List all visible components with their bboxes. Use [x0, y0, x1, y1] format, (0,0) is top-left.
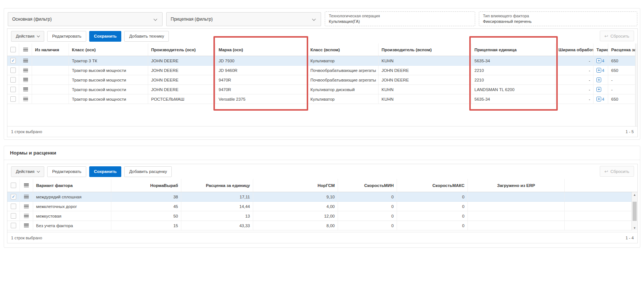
column-header-factor[interactable]: Вариант фактора	[33, 179, 111, 192]
cell-speed-min[interactable]: 0	[338, 202, 397, 211]
column-header-unit-rate[interactable]: Расценка за единицу	[181, 179, 253, 192]
reset-button[interactable]: ↩ Сбросить	[600, 166, 634, 177]
cell-brand-main[interactable]: 9470R	[216, 75, 307, 84]
primary-filter-select[interactable]: Основная (фильтр)	[8, 12, 163, 26]
column-header-class-main[interactable]: Класс (осн)	[69, 44, 148, 56]
cell-speed-min[interactable]: 0	[338, 211, 397, 221]
cell-manufacturer-main[interactable]: JOHN DEERE	[148, 75, 216, 84]
cell-class-aux[interactable]: Культиватор	[307, 94, 379, 104]
cell-from-stock[interactable]	[32, 56, 69, 65]
row-menu-button[interactable]	[19, 75, 32, 84]
grid-menu-button[interactable]	[20, 179, 33, 192]
select-all-checkbox[interactable]: ✓	[10, 47, 16, 52]
cell-from-stock[interactable]	[32, 94, 69, 104]
row-checkbox[interactable]: ✓	[11, 213, 16, 219]
cell-class-aux[interactable]: Культиватор дисковый	[307, 85, 379, 94]
cell-manufacturer-aux[interactable]: JOHN DEERE	[379, 66, 471, 75]
cell-trailed-unit[interactable]: 2210	[471, 66, 556, 75]
cell-erp[interactable]	[468, 202, 565, 211]
row-menu-button[interactable]	[19, 85, 32, 94]
cell-manufacturer-aux[interactable]: KUHN	[379, 94, 471, 104]
select-all-checkbox[interactable]: ✓	[11, 183, 16, 188]
vertical-scrollbar[interactable]: ▲ ▼	[631, 192, 637, 230]
cell-class-main[interactable]: Трактор высокой мощности	[69, 66, 148, 75]
cell-speed-max[interactable]: 0	[397, 202, 468, 211]
row-menu-button[interactable]	[19, 94, 32, 104]
cell-from-stock[interactable]	[32, 85, 69, 94]
cell-norm[interactable]: 38	[111, 192, 181, 201]
cell-factor[interactable]: междурядий сплошная	[33, 192, 111, 201]
cell-rate[interactable]: 650	[608, 94, 636, 104]
column-header-from-stock[interactable]: Из наличия	[32, 44, 69, 56]
row-menu-button[interactable]	[20, 202, 33, 211]
cell-factor[interactable]: межкустовая	[33, 211, 111, 221]
cell-working-width[interactable]: -	[556, 85, 593, 94]
cell-brand-main[interactable]: JD 7930	[216, 56, 307, 65]
cell-unit-rate[interactable]: 43,33	[181, 221, 253, 230]
cell-from-stock[interactable]	[32, 75, 69, 84]
column-header-trailed-unit[interactable]: Прицепная единица	[471, 44, 556, 56]
cell-manufacturer-main[interactable]: РОСТСЕЛЬМАШ	[148, 94, 216, 104]
save-button[interactable]: Сохранить	[89, 31, 122, 42]
cell-factor[interactable]: Без учета фактора	[33, 221, 111, 230]
edit-button[interactable]: Редактировать	[47, 166, 86, 177]
cell-manufacturer-main[interactable]: JOHN DEERE	[148, 56, 216, 65]
cell-working-width[interactable]: -	[556, 75, 593, 84]
row-menu-button[interactable]	[19, 56, 32, 65]
cell-trailed-unit[interactable]: 2210	[471, 75, 556, 84]
tariff-add-icon[interactable]: +	[596, 68, 601, 73]
cell-unit-rate[interactable]: 13	[181, 211, 253, 221]
cell-speed-max[interactable]: 0	[397, 221, 468, 230]
cell-erp[interactable]	[468, 221, 565, 230]
cell-class-aux[interactable]: Культиватор	[307, 56, 379, 65]
cell-manufacturer-aux[interactable]: JOHN DEERE	[379, 75, 471, 84]
row-checkbox[interactable]: ✓	[10, 58, 16, 63]
cell-class-aux[interactable]: Почвообрабатывающие агрегаты	[307, 66, 379, 75]
vertical-scrollbar[interactable]	[635, 44, 637, 126]
grid-menu-button[interactable]	[19, 44, 32, 56]
column-header-brand-main[interactable]: Марка (осн)	[216, 44, 307, 56]
cell-fuel-norm[interactable]: 9,10	[253, 192, 338, 201]
row-menu-button[interactable]	[19, 66, 32, 75]
cell-working-width[interactable]: -	[556, 56, 593, 65]
row-checkbox[interactable]: ✓	[10, 96, 16, 102]
cell-erp[interactable]	[468, 192, 565, 201]
cell-brand-main[interactable]: 9470R	[216, 85, 307, 94]
cell-class-main[interactable]: Трактор 3 ТК	[69, 56, 148, 65]
cell-trailed-unit[interactable]: 5635-34	[471, 56, 556, 65]
cell-working-width[interactable]: -	[556, 66, 593, 75]
add-equipment-button[interactable]: Добавить технику	[124, 31, 169, 42]
cell-brand-main[interactable]: JD 9460R	[216, 66, 307, 75]
cell-working-width[interactable]: -	[556, 94, 593, 104]
cell-class-aux[interactable]: Почвообрабатывающие агрегаты	[307, 75, 379, 84]
row-menu-button[interactable]	[20, 192, 33, 201]
column-header-working-width[interactable]: Ширина обработки	[556, 44, 593, 56]
cell-class-main[interactable]: Трактор высокой мощности	[69, 85, 148, 94]
cell-class-main[interactable]: Трактор высокой мощности	[69, 94, 148, 104]
column-header-rate[interactable]: Расценка за	[608, 44, 636, 56]
actions-button[interactable]: Действия	[11, 166, 44, 177]
cell-speed-min[interactable]: 0	[338, 192, 397, 201]
column-header-norm[interactable]: НормаВыраб	[111, 179, 181, 192]
cell-factor[interactable]: межклеточных дорог	[33, 202, 111, 211]
row-checkbox[interactable]: ✓	[10, 87, 16, 92]
cell-norm[interactable]: 50	[111, 211, 181, 221]
trailed-filter-select[interactable]: Прицепная (фильтр)	[166, 12, 321, 26]
scroll-down-icon[interactable]: ▼	[632, 225, 637, 230]
tariff-add-icon[interactable]: +	[596, 58, 601, 63]
tariff-add-icon[interactable]: +	[596, 97, 601, 101]
scroll-up-icon[interactable]: ▲	[632, 192, 637, 197]
cell-norm[interactable]: 15	[111, 221, 181, 230]
tariff-add-icon[interactable]: +	[596, 77, 601, 82]
cell-manufacturer-main[interactable]: JOHN DEERE	[148, 85, 216, 94]
reset-button[interactable]: ↩ Сбросить	[600, 31, 634, 41]
cell-norm[interactable]: 45	[111, 202, 181, 211]
row-menu-button[interactable]	[20, 211, 33, 221]
scrollbar-thumb[interactable]	[633, 202, 637, 221]
row-checkbox[interactable]: ✓	[11, 204, 16, 209]
column-header-fuel-norm[interactable]: НорГСМ	[253, 179, 338, 192]
column-header-manufacturer-main[interactable]: Производитель (осн)	[148, 44, 216, 56]
cell-speed-max[interactable]: 0	[397, 211, 468, 221]
cell-speed-max[interactable]: 0	[397, 192, 468, 201]
cell-fuel-norm[interactable]: 4,00	[253, 202, 338, 211]
